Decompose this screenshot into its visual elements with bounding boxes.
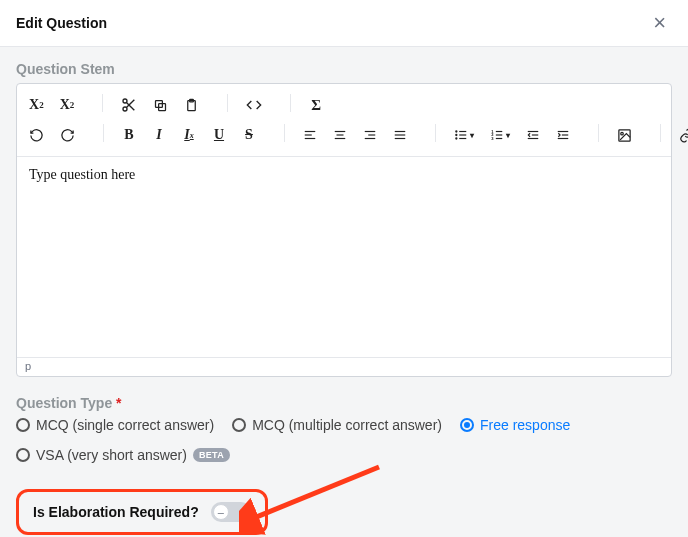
- svg-point-24: [455, 137, 457, 139]
- code-icon: [246, 97, 262, 113]
- toggle-knob-off: –: [213, 504, 229, 520]
- radio-icon: [16, 448, 30, 462]
- radio-vsa[interactable]: VSA (very short answer) BETA: [16, 447, 672, 463]
- svg-point-39: [621, 132, 624, 135]
- modal-header: Edit Question ×: [0, 0, 688, 47]
- svg-point-0: [123, 99, 127, 103]
- close-icon: ×: [653, 10, 666, 35]
- sigma-icon: Σ: [311, 97, 321, 114]
- toolbar-row-1: X2 X2: [27, 90, 661, 120]
- copy-button[interactable]: [151, 96, 170, 114]
- svg-line-41: [249, 467, 379, 520]
- svg-text:3: 3: [491, 136, 494, 141]
- outdent-icon: [526, 128, 540, 142]
- superscript-button[interactable]: X2: [58, 96, 77, 114]
- align-right-button[interactable]: [361, 126, 379, 144]
- svg-point-22: [455, 134, 457, 136]
- editor-box: X2 X2: [16, 83, 672, 377]
- stem-label: Question Stem: [16, 61, 672, 77]
- radio-label: MCQ (single correct answer): [36, 417, 214, 433]
- indent-button[interactable]: [554, 126, 572, 144]
- chevron-down-icon: ▾: [506, 131, 510, 140]
- svg-rect-21: [459, 131, 466, 132]
- source-button[interactable]: [244, 96, 264, 114]
- math-button[interactable]: Σ: [307, 96, 325, 114]
- svg-rect-25: [459, 138, 466, 139]
- indent-icon: [556, 128, 570, 142]
- svg-rect-23: [459, 134, 466, 135]
- radio-icon: [460, 418, 474, 432]
- question-type-section: Question Type * MCQ (single correct answ…: [16, 395, 672, 463]
- redo-icon: [60, 128, 75, 143]
- copy-icon: [153, 98, 168, 113]
- radio-icon: [232, 418, 246, 432]
- image-icon: [617, 128, 632, 143]
- subscript-button[interactable]: X2: [27, 96, 46, 114]
- align-right-icon: [363, 128, 377, 142]
- paste-icon: [184, 98, 199, 113]
- italic-button[interactable]: I: [150, 126, 168, 144]
- question-stem-input[interactable]: Type question here: [17, 157, 671, 357]
- scissors-icon: [121, 97, 137, 113]
- undo-icon: [29, 128, 44, 143]
- editor-toolbar: X2 X2: [17, 84, 671, 157]
- outdent-button[interactable]: [524, 126, 542, 144]
- align-left-button[interactable]: [301, 126, 319, 144]
- redo-button[interactable]: [58, 126, 77, 144]
- align-justify-button[interactable]: [391, 126, 409, 144]
- align-center-icon: [333, 128, 347, 142]
- toolbar-row-2: B I Ix U S: [27, 120, 661, 150]
- bullet-list-icon: [454, 128, 468, 142]
- beta-badge: BETA: [193, 448, 230, 462]
- strike-button[interactable]: S: [240, 126, 258, 144]
- bold-button[interactable]: B: [120, 126, 138, 144]
- clearformat-button[interactable]: Ix: [180, 126, 198, 144]
- bullet-list-button[interactable]: ▾: [452, 126, 476, 144]
- cut-button[interactable]: [119, 96, 139, 114]
- radio-label: MCQ (multiple correct answer): [252, 417, 442, 433]
- elaboration-label: Is Elaboration Required?: [33, 504, 199, 520]
- link-icon: [679, 128, 688, 143]
- underline-button[interactable]: U: [210, 126, 228, 144]
- modal-title: Edit Question: [16, 15, 107, 31]
- radio-mcq-single[interactable]: MCQ (single correct answer): [16, 417, 214, 433]
- align-justify-icon: [393, 128, 407, 142]
- chevron-down-icon: ▾: [470, 131, 474, 140]
- editor-statusbar: p: [17, 357, 671, 376]
- numbered-list-button[interactable]: 123 ▾: [488, 126, 512, 144]
- svg-point-1: [123, 107, 127, 111]
- align-left-icon: [303, 128, 317, 142]
- radio-mcq-multi[interactable]: MCQ (multiple correct answer): [232, 417, 442, 433]
- radio-free-response[interactable]: Free response: [460, 417, 570, 433]
- radio-label: VSA (very short answer): [36, 447, 187, 463]
- svg-point-20: [455, 130, 457, 132]
- undo-button[interactable]: [27, 126, 46, 144]
- elaboration-highlight: Is Elaboration Required? –: [16, 489, 268, 535]
- radio-label: Free response: [480, 417, 570, 433]
- link-button[interactable]: [677, 126, 688, 144]
- radio-icon: [16, 418, 30, 432]
- modal-content: Question Stem X2 X2: [0, 47, 688, 537]
- align-center-button[interactable]: [331, 126, 349, 144]
- question-type-label: Question Type *: [16, 395, 672, 411]
- paste-button[interactable]: [182, 96, 201, 114]
- close-button[interactable]: ×: [647, 10, 672, 36]
- arrow-annotation-icon: [239, 462, 399, 537]
- numbered-list-icon: 123: [490, 128, 504, 142]
- image-button[interactable]: [615, 126, 634, 144]
- elaboration-toggle[interactable]: –: [211, 502, 251, 522]
